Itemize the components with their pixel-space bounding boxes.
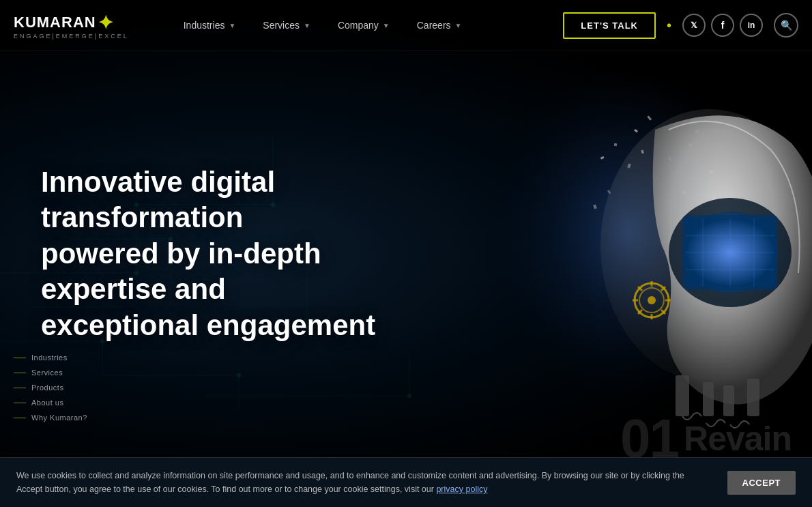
- company-chevron-icon: ▼: [383, 22, 390, 29]
- nav-cta: LET'S TALK • 𝕏 f in 🔍: [563, 12, 798, 39]
- linkedin-icon[interactable]: in: [740, 14, 763, 37]
- svg-rect-26: [614, 143, 618, 147]
- logo-tagline: ENGAGE|EMERGE|EXCEL: [14, 33, 129, 40]
- svg-point-55: [648, 296, 656, 304]
- services-chevron-icon: ▼: [304, 22, 310, 29]
- side-navigation: Industries Services Products About us Wh…: [14, 350, 87, 425]
- cookie-text: We use cookies to collect and analyze in…: [16, 469, 727, 496]
- lets-talk-button[interactable]: LET'S TALK: [563, 12, 656, 39]
- facebook-icon[interactable]: f: [711, 14, 734, 37]
- privacy-policy-link[interactable]: privacy policy: [436, 484, 487, 494]
- navbar: KUMARAN ✦ ENGAGE|EMERGE|EXCEL Industries…: [0, 0, 812, 51]
- search-icon: 🔍: [781, 20, 792, 31]
- careers-chevron-icon: ▼: [455, 22, 462, 29]
- logo-text: KUMARAN: [14, 14, 96, 31]
- twitter-icon[interactable]: 𝕏: [682, 14, 706, 37]
- nav-careers[interactable]: Careers ▼: [403, 13, 476, 38]
- cookie-banner: We use cookies to collect and analyze in…: [0, 457, 812, 507]
- logo-icon: ✦: [98, 12, 113, 34]
- side-nav-products[interactable]: Products: [14, 380, 87, 395]
- social-icons: 𝕏 f in: [682, 14, 763, 37]
- nav-industries[interactable]: Industries ▼: [170, 13, 250, 38]
- hero-content: Innovative digital transformation powere…: [41, 164, 450, 343]
- svg-point-15: [237, 373, 241, 377]
- side-nav-line: [14, 373, 26, 373]
- side-nav-why[interactable]: Why Kumaran?: [14, 410, 87, 425]
- nav-services[interactable]: Services ▼: [249, 13, 324, 38]
- side-nav-line: [14, 403, 26, 403]
- hero-heading: Innovative digital transformation powere…: [41, 164, 450, 343]
- dot-separator: •: [667, 18, 671, 33]
- logo[interactable]: KUMARAN ✦ ENGAGE|EMERGE|EXCEL: [14, 12, 129, 40]
- industries-chevron-icon: ▼: [229, 22, 235, 29]
- side-nav-line: [14, 418, 26, 418]
- nav-links: Industries ▼ Services ▼ Company ▼ Career…: [170, 13, 564, 38]
- accept-cookies-button[interactable]: ACCEPT: [727, 471, 796, 495]
- search-button[interactable]: 🔍: [774, 13, 798, 38]
- nav-company[interactable]: Company ▼: [324, 13, 403, 38]
- side-nav-line: [14, 358, 26, 358]
- svg-rect-52: [747, 379, 759, 416]
- side-nav-line: [14, 388, 26, 388]
- side-nav-about[interactable]: About us: [14, 395, 87, 410]
- side-nav-services[interactable]: Services: [14, 365, 87, 380]
- side-nav-industries[interactable]: Industries: [14, 350, 87, 365]
